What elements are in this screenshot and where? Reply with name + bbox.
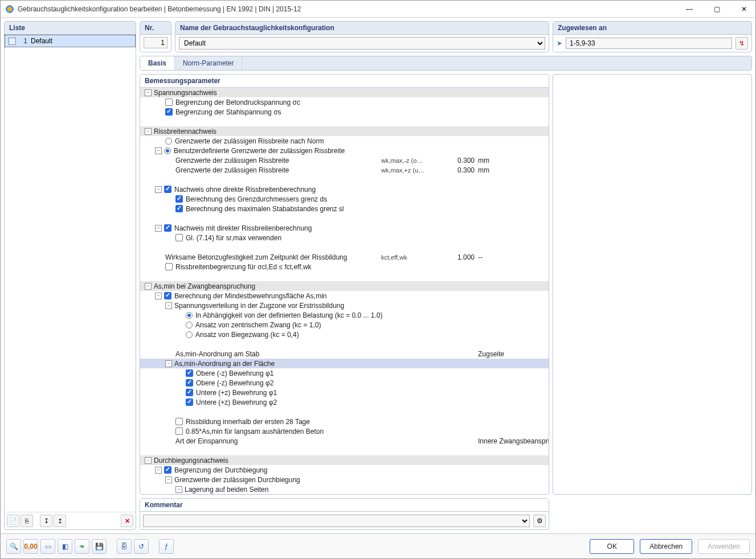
checkbox-rissbreitenbegrenzung[interactable] [165, 263, 173, 270]
list-item-number: 1 [19, 37, 27, 45]
checkbox-sigma-s[interactable] [165, 108, 173, 116]
tree-row[interactable]: Obere (-z) Bewehrung φ2 [140, 378, 549, 388]
tree-row[interactable]: As,min-Anordnung am StabZugseite [140, 349, 549, 359]
collapse-icon[interactable]: − [165, 476, 172, 483]
spacer-row [140, 272, 549, 281]
checkbox-nachweis-mit[interactable] [164, 224, 171, 232]
apply-button[interactable]: Anwenden [698, 539, 750, 554]
sort-asc-button[interactable]: ↧ [40, 515, 52, 527]
tree-row[interactable]: −Nachweis mit direkter Rissbreitenberech… [140, 223, 549, 233]
delete-button[interactable]: ✕ [121, 515, 133, 527]
tree-row[interactable]: Berechnung des maximalen Stababstandes g… [140, 204, 549, 213]
collapse-icon[interactable]: − [145, 89, 152, 96]
tree-row[interactable]: Rissbreitenbegrenzung für σcl,Ed ≤ fct,e… [140, 262, 549, 272]
nr-input[interactable] [144, 37, 167, 48]
tree-row[interactable]: −Benutzerdefinierte Grenzwerte der zuläs… [140, 146, 549, 155]
radio-benutzerdefiniert[interactable] [164, 147, 171, 154]
radio-kc-biegezwang[interactable] [186, 331, 193, 338]
checkbox-untere-phi1[interactable] [186, 389, 193, 396]
cancel-button[interactable]: Abbrechen [640, 539, 692, 554]
sort-desc-button[interactable]: ↥ [54, 515, 66, 527]
checkbox-gl714[interactable] [175, 234, 183, 241]
tree-row[interactable]: Untere (+z) Bewehrung φ1 [140, 388, 549, 397]
collapse-icon[interactable]: − [145, 283, 152, 290]
collapse-icon[interactable]: − [145, 457, 152, 464]
tree-row[interactable]: Berechnung des Grenzdurchmessers grenz d… [140, 194, 549, 204]
collapse-icon[interactable]: − [155, 467, 162, 474]
copy-button[interactable]: ⎘ [21, 515, 33, 527]
tree-row[interactable]: Ansatz von Biegezwang (kc = 0,4) [140, 330, 549, 339]
collapse-icon[interactable]: − [155, 147, 162, 154]
tree-row[interactable]: Grenzwerte der zulässigen Rissbreitewk,m… [140, 165, 549, 175]
save-green-button[interactable]: 💾 [92, 539, 107, 554]
tree-row[interactable]: Grenzwerte der zulässigen Rissbreite nac… [140, 136, 549, 146]
tree-row[interactable]: Begrenzung der Stahlspannung σs [140, 107, 549, 117]
tree-row[interactable]: Rissbildung innerhalb der ersten 28 Tage [140, 417, 549, 426]
checkbox-085-asmin[interactable] [175, 428, 183, 435]
assign-input[interactable] [566, 38, 732, 49]
new-button[interactable]: 📄 [7, 515, 19, 527]
collapse-icon[interactable]: − [175, 486, 182, 493]
minimize-button[interactable]: — [683, 5, 696, 13]
tree-row[interactable]: −Berechnung der Mindestbewehrungsfläche … [140, 291, 549, 301]
section-durchbiegungsnachweis[interactable]: − Durchbiegungsnachweis [140, 455, 549, 465]
tree-row[interactable]: −Lagerung auf beiden Seiten [140, 484, 549, 494]
ok-button[interactable]: OK [590, 539, 634, 554]
tree-row[interactable]: −Begrenzung der Durchbiegung [140, 465, 549, 475]
comment-select[interactable] [143, 515, 530, 527]
collapse-icon[interactable]: − [155, 225, 162, 232]
collapse-icon[interactable]: − [165, 360, 172, 367]
maximize-button[interactable]: ▢ [710, 5, 724, 13]
radio-kc-zentrisch[interactable] [186, 322, 193, 328]
checkbox-nachweis-ohne[interactable] [164, 186, 171, 193]
comment-settings-button[interactable]: ⚙ [533, 515, 546, 527]
checkbox-rissbildung-28t[interactable] [175, 418, 183, 425]
checkbox-grenz-sl[interactable] [175, 205, 183, 212]
view-rect-button[interactable]: ▭ [40, 539, 55, 554]
collapse-icon[interactable]: − [155, 186, 162, 193]
units-button[interactable]: 0,00 [23, 539, 38, 554]
checkbox-untere-phi2[interactable] [186, 398, 193, 406]
pick-members-button[interactable]: ↯ [735, 37, 748, 50]
checkbox-grenz-ds[interactable] [175, 195, 183, 203]
leaf-button[interactable]: ❧ [75, 539, 89, 554]
fx-button[interactable]: ƒ [159, 539, 174, 554]
checkbox-begrenzung-durchbiegung[interactable] [164, 466, 171, 474]
tree-row[interactable]: −Grenzwerte der zulässigen Durchbiegung [140, 475, 549, 484]
radio-kc-belastung[interactable] [186, 312, 193, 319]
tree-row-selected[interactable]: −As,min-Anordnung an der Fläche [140, 359, 549, 368]
help-button[interactable]: 🔍 [6, 539, 21, 554]
db-button[interactable]: 🗄 [117, 539, 132, 554]
section-asmin[interactable]: − As,min bei Zwangbeanspruchung [140, 281, 549, 291]
collapse-icon[interactable]: − [145, 128, 152, 135]
section-spannungsnachweis[interactable]: − Spannungsnachweis [140, 88, 549, 97]
checkbox-obere-phi1[interactable] [186, 369, 193, 377]
tree-row[interactable]: Obere (-z) Bewehrung φ1 [140, 368, 549, 378]
checkbox-asmin-berechnung[interactable] [164, 292, 171, 299]
tree-row[interactable]: Gl. (7.14) für sr,max verwenden [140, 233, 549, 242]
collapse-icon[interactable]: − [155, 293, 162, 299]
tree-row[interactable]: −Spannungsverteilung in der Zugzone vor … [140, 301, 549, 310]
tab-norm-parameter[interactable]: Norm-Parameter [175, 56, 242, 70]
tree-row[interactable]: Ansatz von zentrischem Zwang (kc = 1,0) [140, 320, 549, 330]
checkbox-obere-phi2[interactable] [186, 379, 193, 387]
tree-row[interactable]: Art der EinspannungInnere Zwangsbeanspru… [140, 436, 549, 446]
tree-row[interactable]: In Abhängigkeit von der definierten Bela… [140, 310, 549, 320]
section-rissbreitennachweis[interactable]: − Rissbreitennachweis [140, 126, 549, 136]
tree-row[interactable]: Untere (+z) Bewehrung φ2 [140, 397, 549, 407]
tab-basis[interactable]: Basis [140, 56, 175, 70]
view-3d-button[interactable]: ◧ [58, 539, 72, 554]
name-select[interactable]: Default [179, 37, 545, 50]
list-item[interactable]: 1 Default [5, 35, 136, 47]
tree-row[interactable]: Grenzwerte der zulässigen Rissbreitewk,m… [140, 155, 549, 165]
tree-row[interactable]: −Nachweis ohne direkte Rissbreitenberech… [140, 184, 549, 194]
close-button[interactable]: ✕ [737, 5, 751, 13]
radio-grenzwerte-norm[interactable] [165, 138, 172, 145]
tree-row[interactable]: Begrenzung der Betondruckspannung σc [140, 97, 549, 107]
checkbox-sigma-c[interactable] [165, 98, 173, 106]
undo-button[interactable]: ↺ [134, 539, 149, 554]
tree-row[interactable]: 0.85*As,min für langsam aushärtenden Bet… [140, 426, 549, 436]
tree-row[interactable]: Wirksame Betonzugfestigkeit zum Zeitpunk… [140, 252, 549, 262]
collapse-icon[interactable]: − [165, 302, 172, 309]
parameter-tree[interactable]: − Spannungsnachweis Begrenzung der Beton… [140, 88, 549, 494]
